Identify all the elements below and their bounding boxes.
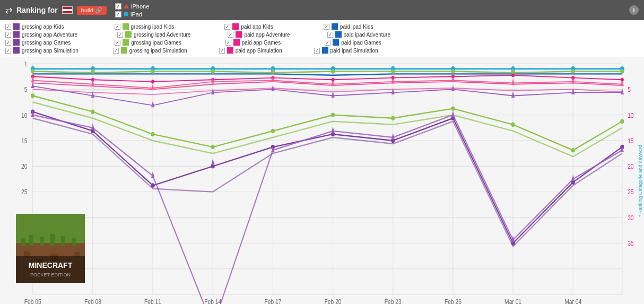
main-content: ✓ grossing app Kids ✓ grossing ipad Kids… (0, 20, 644, 304)
svg-point-87 (151, 69, 154, 73)
svg-text:Feb 11: Feb 11 (144, 298, 161, 304)
svg-point-88 (211, 69, 215, 73)
svg-point-82 (511, 73, 515, 77)
svg-point-100 (271, 129, 275, 133)
svg-text:POCKET EDITION: POCKET EDITION (30, 272, 71, 277)
svg-point-92 (451, 69, 455, 73)
legend-grossing-app-adventure[interactable]: ✓ grossing app Adventure (5, 31, 77, 38)
legend-grossing-app-kids[interactable]: ✓ grossing app Kids (5, 23, 64, 30)
svg-point-103 (451, 106, 455, 110)
svg-marker-124 (391, 133, 395, 140)
build-badge[interactable]: build 🔗 (77, 6, 107, 15)
svg-text:Feb 23: Feb 23 (385, 298, 402, 304)
svg-point-93 (511, 69, 515, 73)
chart-area: MINECRAFT POCKET EDITION * Ranking Categ… (0, 57, 644, 304)
svg-text:15: 15 (21, 137, 27, 144)
header-bar: ⇄ Ranking for build 🔗 iPhone iPad i (0, 0, 644, 20)
svg-point-95 (620, 69, 624, 73)
svg-marker-131 (151, 101, 154, 107)
svg-point-90 (331, 69, 335, 73)
legend-check[interactable]: ✓ (224, 24, 230, 30)
iphone-checkbox[interactable] (115, 3, 121, 10)
iphone-device: iPhone (115, 3, 149, 10)
svg-point-94 (571, 69, 575, 73)
svg-text:10: 10 (628, 112, 633, 119)
legend-paid-app-simulation[interactable]: ✓ paid app Simulation (219, 47, 282, 54)
svg-point-99 (211, 145, 215, 149)
flag-icon (62, 6, 73, 14)
legend-grossing-app-games[interactable]: ✓ grossing app Games (5, 39, 71, 46)
svg-text:MINECRAFT: MINECRAFT (29, 261, 73, 270)
svg-point-101 (331, 112, 335, 117)
svg-point-89 (271, 69, 275, 73)
svg-text:Feb 17: Feb 17 (264, 298, 281, 304)
svg-text:25: 25 (21, 189, 27, 196)
ipad-icon (124, 12, 128, 16)
ipad-label: iPad (130, 11, 142, 18)
info-button[interactable]: i (629, 5, 639, 15)
legend-paid-ipad-adventure[interactable]: ✓ paid ipad Adventure (327, 31, 390, 38)
svg-text:Feb 08: Feb 08 (84, 298, 101, 304)
svg-text:20: 20 (628, 163, 633, 170)
legend-paid-ipad-simulation[interactable]: ✓ paid ipad Simulation (314, 47, 378, 54)
svg-text:Feb 20: Feb 20 (325, 298, 342, 304)
legend-paid-ipad-kids[interactable]: ✓ paid ipad Kids (324, 23, 373, 30)
app-logo: MINECRAFT POCKET EDITION (16, 214, 85, 283)
svg-point-105 (571, 148, 575, 152)
svg-point-86 (91, 69, 94, 73)
svg-rect-4 (29, 235, 33, 246)
legend-color-box (123, 23, 129, 30)
svg-point-91 (391, 69, 395, 73)
svg-point-106 (620, 119, 624, 124)
legend-grossing-ipad-kids[interactable]: ✓ grossing ipad Kids (115, 23, 175, 30)
legend-check[interactable]: ✓ (324, 24, 329, 30)
svg-marker-119 (91, 123, 94, 129)
svg-text:Feb 26: Feb 26 (445, 298, 462, 304)
link-icon: 🔗 (95, 7, 102, 14)
svg-rect-7 (61, 236, 65, 246)
svg-text:35: 35 (628, 240, 633, 247)
svg-marker-148 (511, 79, 515, 85)
ipad-device: iPad (115, 11, 149, 18)
svg-rect-8 (72, 238, 76, 246)
svg-text:1: 1 (24, 60, 28, 67)
legend-paid-app-games[interactable]: ✓ paid app Games (225, 39, 281, 46)
legend-check[interactable]: ✓ (115, 24, 120, 30)
legend-paid-app-kids[interactable]: ✓ paid app Kids (224, 23, 273, 30)
legend-grossing-ipad-adventure[interactable]: ✓ grossing ipad Adventure (117, 31, 190, 38)
svg-rect-3 (21, 238, 25, 246)
legend-check[interactable]: ✓ (5, 24, 11, 30)
svg-marker-137 (511, 91, 515, 98)
legend-color-box (13, 23, 20, 30)
build-label: build (81, 7, 93, 13)
legend-grossing-ipad-simulation[interactable]: ✓ grossing ipad Simulation (113, 47, 187, 54)
svg-text:15: 15 (628, 137, 633, 144)
svg-point-104 (511, 123, 515, 127)
shuffle-icon: ⇄ (5, 5, 12, 15)
svg-text:Feb 05: Feb 05 (24, 298, 41, 304)
svg-point-76 (151, 80, 154, 83)
svg-point-97 (91, 109, 94, 114)
svg-marker-123 (331, 126, 334, 133)
svg-text:25: 25 (628, 189, 633, 196)
legend-paid-app-adventure[interactable]: ✓ paid app Adventure (228, 31, 290, 38)
svg-marker-142 (151, 84, 154, 90)
svg-point-96 (31, 93, 34, 98)
svg-text:Feb 14: Feb 14 (204, 298, 221, 304)
ipad-checkbox[interactable] (115, 11, 121, 18)
legend-grossing-ipad-games[interactable]: ✓ grossing ipad Games (115, 39, 181, 46)
legend-paid-ipad-games[interactable]: ✓ paid ipad Games (325, 39, 381, 46)
svg-text:5: 5 (628, 86, 631, 93)
legend-color-box (232, 23, 239, 30)
legend-grossing-app-simulation[interactable]: ✓ grossing app Simulation (5, 47, 79, 54)
svg-marker-121 (211, 159, 214, 165)
page-title: Ranking for (16, 6, 58, 14)
device-list: iPhone iPad (115, 3, 149, 18)
svg-text:5: 5 (24, 86, 28, 93)
legend-color-box (332, 23, 338, 30)
legend-bar: ✓ grossing app Kids ✓ grossing ipad Kids… (0, 20, 644, 57)
svg-text:Mar 01: Mar 01 (504, 298, 521, 304)
svg-rect-5 (40, 237, 44, 246)
svg-rect-14 (16, 256, 85, 283)
svg-marker-125 (451, 110, 455, 117)
